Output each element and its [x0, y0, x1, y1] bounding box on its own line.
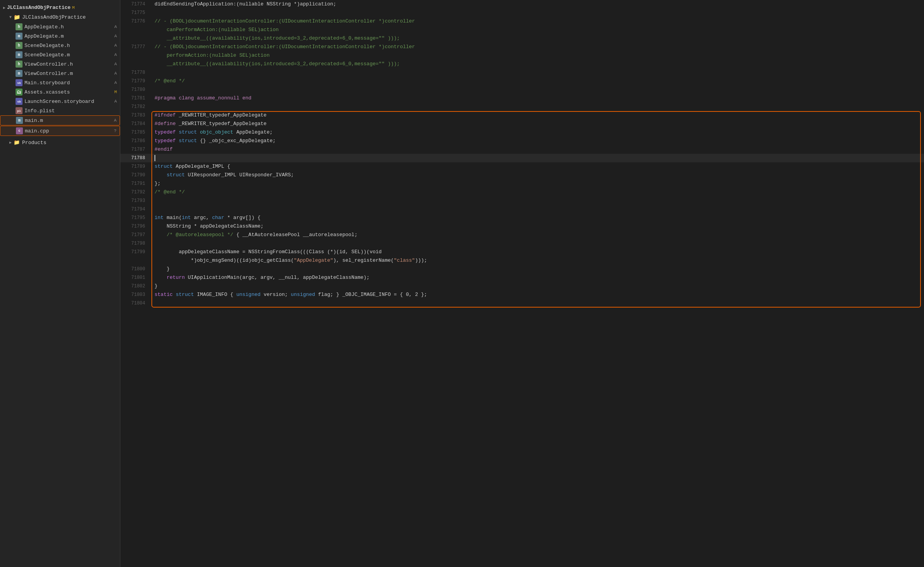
m-icon: m — [16, 70, 23, 77]
xcassets-icon: 🗂 — [16, 89, 23, 96]
code-line: 71775 — [120, 9, 924, 17]
code-line: 71780 — [120, 85, 924, 94]
filename: SceneDelegate.m — [24, 52, 113, 58]
storyboard-icon: sb — [16, 98, 23, 105]
file-badge: A — [114, 43, 117, 48]
file-viewcontroller-m[interactable]: m ViewController.m A — [0, 69, 120, 78]
filename: Main.storyboard — [24, 80, 113, 86]
sidebar: ▶ JLClassAndObjPractice M ▼ 📁 JLClassAnd… — [0, 0, 120, 567]
file-badge: A — [114, 62, 117, 66]
file-appdelegate-h[interactable]: h AppDelegate.h A — [0, 22, 120, 31]
file-info-plist[interactable]: pl Info.plist — [0, 106, 120, 115]
filename: AppDelegate.h — [24, 24, 113, 30]
code-line-current: 71788 — [120, 154, 924, 162]
file-badge: M — [114, 90, 117, 94]
code-line: 71798 — [120, 239, 924, 248]
products-group[interactable]: ▶ 📁 Products — [0, 137, 120, 148]
filename: main.m — [25, 118, 112, 123]
filename: Assets.xcassets — [24, 89, 113, 95]
sub-arrow: ▼ — [9, 15, 12, 19]
code-line: 71800 } — [120, 265, 924, 273]
file-viewcontroller-h[interactable]: h ViewController.h A — [0, 59, 120, 69]
root-badge: M — [72, 5, 75, 10]
file-badge: A — [114, 99, 117, 104]
filename: main.cpp — [25, 128, 112, 134]
code-line: 71782 — [120, 103, 924, 111]
m-icon: m — [16, 33, 23, 40]
code-line: 71774 didEndSendingToApplication:(nullab… — [120, 0, 924, 9]
file-badge: A — [114, 52, 117, 57]
plist-icon: pl — [16, 107, 23, 114]
code-line: 71784 #define _REWRITER_typedef_AppDeleg… — [120, 120, 924, 128]
file-badge: A — [114, 118, 116, 123]
code-line: 71793 — [120, 197, 924, 205]
code-line: 71794 — [120, 205, 924, 214]
filename: LaunchScreen.storyboard — [24, 99, 113, 104]
code-line: 71792 /* @end */ — [120, 188, 924, 197]
code-line: 71789 struct AppDelegate_IMPL { — [120, 162, 924, 171]
code-line: performAction:(nullable SEL)action — [120, 51, 924, 60]
root-arrow: ▶ — [3, 5, 5, 10]
filename: ViewController.h — [24, 61, 113, 67]
code-line: 71803 static struct IMAGE_INFO { unsigne… — [120, 290, 924, 299]
sub-group-label: JLClassAndObjPractice — [22, 14, 86, 20]
code-area[interactable]: 71774 didEndSendingToApplication:(nullab… — [120, 0, 924, 567]
code-line: 71796 NSString * appDelegateClassName; — [120, 222, 924, 231]
h-icon: h — [16, 23, 23, 30]
code-line: 71779 /* @end */ — [120, 77, 924, 85]
code-line: 71804 — [120, 299, 924, 308]
products-label: Products — [22, 140, 46, 146]
h-icon: h — [16, 42, 23, 49]
file-badge: A — [114, 80, 117, 85]
code-line: 71799 appDelegateClassName = NSStringFro… — [120, 248, 924, 256]
sub-group[interactable]: ▼ 📁 JLClassAndObjPractice — [0, 12, 120, 22]
code-line: 71781 #pragma clang assume_nonnull end — [120, 94, 924, 103]
code-line: 71786 typedef struct {} _objc_exc_AppDel… — [120, 137, 924, 145]
code-line: 71783 #ifndef _REWRITER_typedef_AppDeleg… — [120, 111, 924, 120]
m-icon: m — [16, 51, 23, 58]
products-folder-icon: 📁 — [13, 139, 20, 146]
file-appdelegate-m[interactable]: m AppDelegate.m A — [0, 31, 120, 41]
code-wrapper: 71774 didEndSendingToApplication:(nullab… — [120, 0, 924, 308]
root-group[interactable]: ▶ JLClassAndObjPractice M — [0, 3, 120, 12]
code-line: 71776 // - (BOOL)documentInteractionCont… — [120, 17, 924, 26]
file-main-m[interactable]: m main.m A — [0, 115, 120, 125]
code-line: __attribute__((availability(ios,introduc… — [120, 60, 924, 68]
file-badge: A — [114, 71, 117, 76]
code-line: 71777 // - (BOOL)documentInteractionCont… — [120, 43, 924, 51]
code-line: 71795 int main(int argc, char * argv[]) … — [120, 214, 924, 222]
file-scenedelegate-m[interactable]: m SceneDelegate.m A — [0, 50, 120, 59]
storyboard-icon: sb — [16, 79, 23, 86]
m-icon: m — [16, 117, 23, 124]
code-line: 71801 return UIApplicationMain(argc, arg… — [120, 273, 924, 282]
code-line: 71797 /* @autoreleasepool */ { __AtAutor… — [120, 231, 924, 239]
file-scenedelegate-h[interactable]: h SceneDelegate.h A — [0, 41, 120, 50]
code-line: 71791 }; — [120, 179, 924, 188]
file-main-storyboard[interactable]: sb Main.storyboard A — [0, 78, 120, 87]
cpp-icon: c — [16, 127, 23, 134]
code-line: 71787 #endif — [120, 145, 924, 154]
products-arrow: ▶ — [9, 140, 12, 145]
editor: 71774 didEndSendingToApplication:(nullab… — [120, 0, 924, 567]
file-badge: A — [114, 34, 117, 38]
code-line: canPerformAction:(nullable SEL)action — [120, 26, 924, 34]
file-main-cpp[interactable]: c main.cpp ? — [0, 126, 120, 136]
file-badge: A — [114, 24, 117, 29]
code-line: 71785 typedef struct objc_object AppDele… — [120, 128, 924, 137]
code-line: __attribute__((availability(ios,introduc… — [120, 34, 924, 43]
code-line: 71802 } — [120, 282, 924, 290]
filename: SceneDelegate.h — [24, 43, 113, 49]
file-badge: ? — [114, 129, 116, 133]
code-line: 71790 struct UIResponder_IMPL UIResponde… — [120, 171, 924, 179]
file-launchscreen-storyboard[interactable]: sb LaunchScreen.storyboard A — [0, 97, 120, 106]
code-line: 71778 — [120, 68, 924, 77]
file-assets-xcassets[interactable]: 🗂 Assets.xcassets M — [0, 87, 120, 97]
root-group-label: JLClassAndObjPractice — [7, 5, 71, 10]
filename: ViewController.m — [24, 71, 113, 77]
filename: AppDelegate.m — [24, 33, 113, 39]
code-line: *)objc_msgSend)((id)objc_getClass("AppDe… — [120, 256, 924, 265]
h-icon: h — [16, 61, 23, 68]
filename: Info.plist — [24, 108, 115, 114]
folder-icon: 📁 — [13, 14, 20, 21]
